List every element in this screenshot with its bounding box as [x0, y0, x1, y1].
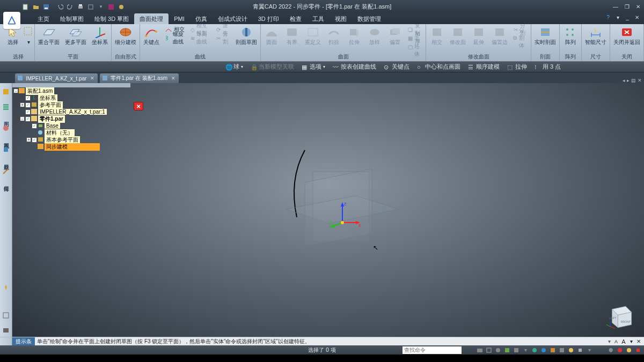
tab-3dprint[interactable]: 3D 打印 — [253, 13, 284, 24]
opt-circle[interactable]: ○中心和点画圆 — [417, 63, 460, 71]
opt-assoc[interactable]: 🔒当新模型关联 — [251, 63, 294, 71]
section-sketch-button[interactable]: 剖面草图 — [235, 25, 258, 46]
status-icon[interactable]: ▾ — [522, 346, 529, 354]
qat-dropdown-icon[interactable]: ▼ — [97, 3, 105, 11]
tab-tools[interactable]: 工具 — [307, 13, 330, 24]
live-section-button[interactable]: 实时剖面 — [533, 25, 557, 46]
tab-view[interactable]: 视图 — [330, 13, 352, 24]
status-icon[interactable] — [540, 346, 547, 354]
expand-icon[interactable]: - — [13, 88, 18, 93]
doctab-close-icon[interactable]: ✕ — [170, 76, 175, 81]
checkbox[interactable]: ✓ — [25, 109, 31, 115]
qat-print-icon[interactable] — [76, 3, 85, 11]
status-icon[interactable] — [476, 346, 484, 354]
mod4-button[interactable]: 偏置边 — [491, 25, 509, 46]
tree-row-csys[interactable]: ✓坐标系 — [12, 94, 130, 101]
command-input[interactable] — [402, 346, 462, 354]
mod1-button[interactable]: 相交 — [428, 25, 445, 46]
tab-inspect[interactable]: 检查 — [284, 13, 307, 24]
tab-close-icon[interactable]: ✕ — [638, 78, 642, 83]
floating-close-button[interactable]: ✕ — [134, 102, 143, 110]
side-nav-icon[interactable] — [1, 143, 11, 156]
zoom-in-icon[interactable]: ⊕ — [607, 346, 614, 354]
opt-curve-table[interactable]: 〰按表创建曲线 — [333, 63, 376, 71]
play-icon[interactable] — [625, 346, 633, 354]
status-icon[interactable] — [503, 346, 511, 354]
close-button[interactable]: ✕ — [634, 4, 642, 10]
minimize-button[interactable]: — — [611, 4, 620, 10]
side-align-tab[interactable]: 特征库 — [1, 180, 11, 184]
status-icon[interactable] — [513, 346, 520, 354]
tree-row-material[interactable]: 材料（无） — [12, 129, 130, 136]
surf5-button[interactable]: 拉伸 — [346, 25, 363, 46]
rec-icon[interactable] — [616, 346, 624, 354]
pin-icon[interactable]: ✕ — [635, 338, 642, 345]
side-view-tab[interactable]: 视图展 — [1, 137, 11, 141]
tab-split-icon[interactable]: ▤ — [631, 78, 636, 83]
more-planes-button[interactable]: 更多平面 — [64, 25, 87, 46]
tab-sketch[interactable]: 绘制草图 — [55, 13, 89, 24]
surf2-button[interactable]: 有界 — [283, 25, 301, 46]
checkbox[interactable]: ✓ — [25, 95, 31, 101]
qat-a-icon[interactable] — [107, 3, 115, 11]
surf7-button[interactable]: 偏置 — [386, 25, 404, 46]
stop-icon[interactable] — [634, 346, 642, 354]
opt-sphere[interactable]: 🌐球▾ — [225, 63, 243, 71]
opt-3pts[interactable]: ⁝用 3 点 — [535, 63, 561, 71]
qat-b-icon[interactable] — [117, 3, 126, 11]
help-dropdown-icon[interactable]: ▾ — [614, 13, 621, 21]
expand-icon[interactable]: + — [26, 137, 31, 142]
checkbox[interactable]: ✓ — [32, 123, 37, 129]
side-box-icon[interactable] — [1, 309, 11, 322]
qat-more-icon[interactable] — [86, 3, 95, 11]
viewport[interactable]: -装配1.asm ✓坐标系 +✓参考平面 ✓IMPELLER_A.KZ_x_t.… — [12, 83, 644, 337]
tab-home[interactable]: 主页 — [32, 13, 55, 24]
help-icon[interactable]: ? — [604, 13, 612, 21]
view-cube[interactable]: LEFT FRONT — [605, 302, 634, 331]
keypoint-button[interactable]: 关键点 — [142, 25, 160, 46]
tab-surface[interactable]: 曲面处理 — [134, 13, 169, 24]
tab-prev-icon[interactable]: ◂ — [623, 78, 625, 83]
surf3-button[interactable]: 重定义 — [304, 25, 322, 46]
smart-dim-button[interactable]: 智能尺寸 — [584, 25, 608, 46]
tree-row-refplane[interactable]: +✓参考平面 — [12, 101, 130, 108]
status-icon[interactable] — [494, 346, 502, 354]
side-home-icon[interactable] — [1, 85, 11, 98]
triad-gizmo[interactable]: z x y — [329, 201, 367, 233]
helix-button[interactable]: 螺旋曲线 — [164, 34, 186, 42]
status-icon[interactable]: ▾ — [586, 346, 593, 354]
opt-keypoint[interactable]: ⊙关键点 — [384, 63, 409, 71]
subdiv-button[interactable]: 细分建模 — [114, 25, 137, 46]
qat-open-icon[interactable] — [32, 3, 40, 11]
checkbox[interactable]: ✓ — [25, 116, 31, 122]
doctab-part1[interactable]: 零件1.par 在 装配1.asm ✕ — [100, 73, 179, 83]
doctab-close-icon[interactable]: ✕ — [89, 76, 94, 81]
qat-redo-icon[interactable] — [66, 3, 75, 11]
tree-row-impeller[interactable]: ✓IMPELLER_A.KZ_x_t.par:1 — [12, 108, 130, 115]
mod3-button[interactable]: 延伸 — [470, 25, 487, 46]
coincident-plane-button[interactable]: 重合平面 — [37, 25, 61, 46]
tab-data[interactable]: 数据管理 — [352, 13, 386, 24]
tree-row-asm[interactable]: -装配1.asm — [12, 87, 130, 94]
checkbox[interactable]: ✓ — [32, 137, 37, 143]
split-curve-button[interactable]: ✂分割 — [215, 34, 231, 42]
font-a-icon[interactable]: A — [620, 338, 627, 345]
maximize-button[interactable]: ❐ — [623, 4, 631, 10]
surf1-button[interactable]: 圆面 — [263, 25, 280, 46]
status-icon[interactable] — [567, 346, 575, 354]
status-icon[interactable] — [485, 346, 493, 354]
doctab-impeller[interactable]: IMPELLER_A.KZ_x_t.par ✕ — [15, 73, 98, 83]
doc-minimize-icon[interactable]: _ — [624, 13, 631, 21]
prompt-scroll-icon[interactable]: ▾ — [606, 338, 613, 344]
isocurve-button[interactable]: ≋等高曲线 — [189, 34, 212, 42]
side-pin-icon[interactable] — [1, 281, 11, 294]
status-icon[interactable] — [549, 346, 557, 354]
tab-3dsketch[interactable]: 绘制 3D 草图 — [89, 13, 134, 24]
status-icon[interactable] — [558, 346, 566, 354]
tree-row-base[interactable]: ✓Base — [12, 122, 130, 129]
expand-icon[interactable]: + — [20, 102, 25, 107]
tree-row-sync[interactable]: 同步建模 — [12, 143, 130, 150]
tab-next-icon[interactable]: ▸ — [627, 78, 630, 83]
opt-extrude[interactable]: ⬚拉伸 — [507, 63, 527, 71]
tab-pmi[interactable]: PMI — [169, 13, 190, 24]
